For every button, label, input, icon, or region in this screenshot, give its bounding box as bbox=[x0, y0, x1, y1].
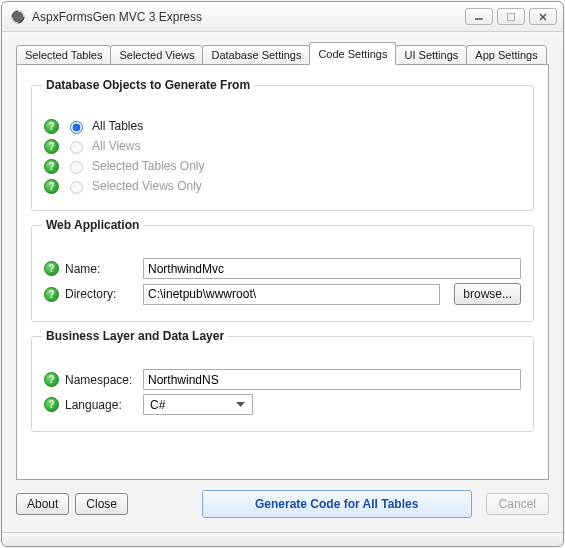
footer: About Close Generate Code for All Tables… bbox=[16, 490, 549, 518]
group-title-layers: Business Layer and Data Layer bbox=[42, 329, 228, 343]
radio-label: All Views bbox=[92, 139, 140, 153]
close-button[interactable] bbox=[529, 8, 557, 25]
tab-ui-settings[interactable]: UI Settings bbox=[395, 45, 467, 65]
group-title-db-objects: Database Objects to Generate From bbox=[42, 78, 254, 92]
generate-button[interactable]: Generate Code for All Tables bbox=[202, 490, 472, 518]
tab-code-settings[interactable]: Code Settings bbox=[309, 42, 396, 65]
window-buttons bbox=[465, 8, 557, 25]
maximize-button[interactable] bbox=[497, 8, 525, 25]
field-row-name: ? Name: bbox=[44, 258, 521, 279]
name-input[interactable] bbox=[143, 258, 521, 279]
help-icon[interactable]: ? bbox=[44, 261, 59, 276]
client-area: Selected Tables Selected Views Database … bbox=[2, 32, 563, 532]
language-combo[interactable]: C# bbox=[143, 394, 253, 415]
radio-all-views bbox=[70, 141, 83, 154]
language-value: C# bbox=[150, 398, 165, 412]
help-icon[interactable]: ? bbox=[44, 372, 59, 387]
radio-selected-views bbox=[70, 181, 83, 194]
field-row-namespace: ? Namespace: bbox=[44, 369, 521, 390]
tabstrip: Selected Tables Selected Views Database … bbox=[16, 42, 549, 65]
help-icon[interactable]: ? bbox=[44, 397, 59, 412]
field-row-directory: ? Directory: browse... bbox=[44, 283, 521, 305]
svg-rect-2 bbox=[508, 13, 515, 20]
radio-row-selected-views: ? Selected Views Only bbox=[44, 178, 521, 194]
titlebar: AspxFormsGen MVC 3 Express bbox=[2, 2, 563, 32]
radio-label: All Tables bbox=[92, 119, 143, 133]
cancel-button: Cancel bbox=[486, 493, 549, 515]
namespace-label: Namespace: bbox=[65, 373, 137, 387]
tab-panel: Database Objects to Generate From ? All … bbox=[16, 64, 549, 480]
radio-row-all-views: ? All Views bbox=[44, 138, 521, 154]
group-title-web-app: Web Application bbox=[42, 218, 143, 232]
help-icon[interactable]: ? bbox=[44, 119, 59, 134]
chevron-down-icon bbox=[232, 397, 248, 413]
radio-row-selected-tables: ? Selected Tables Only bbox=[44, 158, 521, 174]
tab-selected-views[interactable]: Selected Views bbox=[110, 45, 203, 65]
window: AspxFormsGen MVC 3 Express Selected Tabl… bbox=[1, 1, 564, 547]
resize-grip-area bbox=[2, 532, 563, 546]
tab-selected-tables[interactable]: Selected Tables bbox=[16, 45, 111, 65]
close-dialog-button[interactable]: Close bbox=[75, 493, 128, 515]
group-layers: Business Layer and Data Layer ? Namespac… bbox=[31, 336, 534, 432]
radio-label: Selected Views Only bbox=[92, 179, 202, 193]
group-web-app: Web Application ? Name: ? Directory: bro… bbox=[31, 225, 534, 322]
window-title: AspxFormsGen MVC 3 Express bbox=[32, 10, 465, 24]
language-label: Language: bbox=[65, 398, 137, 412]
directory-label: Directory: bbox=[65, 287, 137, 301]
browse-button[interactable]: browse... bbox=[454, 283, 521, 305]
tab-database-settings[interactable]: Database Settings bbox=[202, 45, 310, 65]
radio-all-tables[interactable] bbox=[70, 121, 83, 134]
help-icon[interactable]: ? bbox=[44, 179, 59, 194]
namespace-input[interactable] bbox=[143, 369, 521, 390]
app-icon bbox=[10, 9, 26, 25]
about-button[interactable]: About bbox=[16, 493, 69, 515]
radio-selected-tables bbox=[70, 161, 83, 174]
group-db-objects: Database Objects to Generate From ? All … bbox=[31, 85, 534, 211]
help-icon[interactable]: ? bbox=[44, 139, 59, 154]
name-label: Name: bbox=[65, 262, 137, 276]
field-row-language: ? Language: C# bbox=[44, 394, 521, 415]
tab-app-settings[interactable]: App Settings bbox=[466, 45, 546, 65]
help-icon[interactable]: ? bbox=[44, 287, 59, 302]
radio-label: Selected Tables Only bbox=[92, 159, 205, 173]
help-icon[interactable]: ? bbox=[44, 159, 59, 174]
minimize-button[interactable] bbox=[465, 8, 493, 25]
directory-input[interactable] bbox=[143, 284, 440, 305]
radio-row-all-tables: ? All Tables bbox=[44, 118, 521, 134]
